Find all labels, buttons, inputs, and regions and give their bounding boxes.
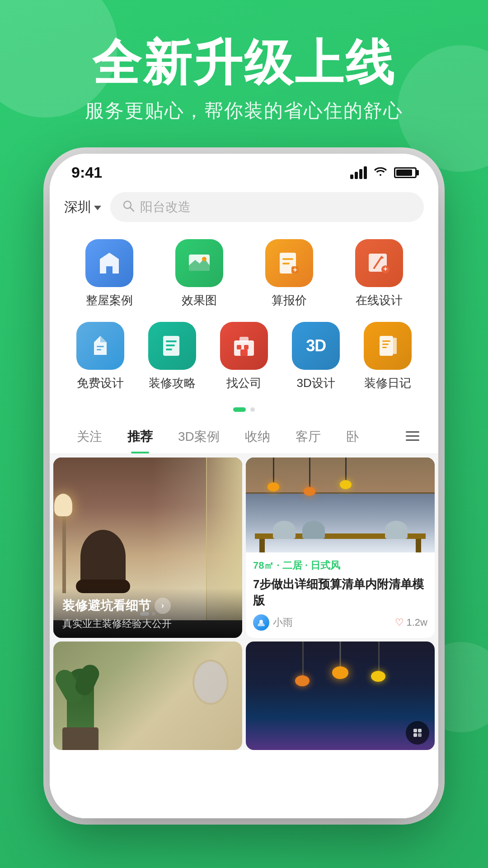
card-like: ♡ 1.2w xyxy=(395,617,427,628)
like-count: 1.2w xyxy=(407,617,427,628)
card-author: 小雨 xyxy=(253,614,293,631)
icon-box-gonglue xyxy=(148,322,196,370)
svg-rect-23 xyxy=(240,349,248,356)
hero-title: 全新升级上线 xyxy=(0,36,488,90)
icon-grid: 整屋案例 效果图 xyxy=(50,230,438,391)
card-overlay-sub: 真实业主装修经验大公开 xyxy=(62,617,233,631)
svg-rect-28 xyxy=(382,347,387,348)
icon-item-gonglue[interactable]: 装修攻略 xyxy=(136,322,208,391)
svg-rect-27 xyxy=(382,344,389,345)
icon-box-xiaoguo xyxy=(175,239,223,287)
chevron-down-icon xyxy=(94,206,101,210)
icon-item-zhengwu[interactable]: 整屋案例 xyxy=(73,239,145,308)
search-bar[interactable]: 阳台改造 xyxy=(110,192,424,222)
icon-item-xiaoguo[interactable]: 效果图 xyxy=(163,239,235,308)
svg-rect-24 xyxy=(380,336,393,356)
tabs-bar: 关注 推荐 3D案例 收纳 客厅 卧 xyxy=(50,420,438,454)
icon-box-mianfei xyxy=(76,322,124,370)
tab-shounuo[interactable]: 收纳 xyxy=(232,420,283,453)
svg-text:+: + xyxy=(383,265,387,273)
icon-item-zhaogongsi[interactable]: 找公司 xyxy=(208,322,280,391)
tab-guanzhu[interactable]: 关注 xyxy=(64,420,115,453)
icon-box-zaixian: + xyxy=(355,239,403,287)
signal-icon xyxy=(350,166,367,179)
icon-label-mianfei: 免费设计 xyxy=(77,375,124,391)
svg-rect-30 xyxy=(406,435,419,437)
svg-rect-22 xyxy=(244,345,249,349)
icon-label-suanbaojia: 算报价 xyxy=(272,292,307,308)
author-name: 小雨 xyxy=(273,616,293,629)
icon-box-3d: 3D xyxy=(292,322,340,370)
svg-rect-20 xyxy=(239,337,249,342)
card-tag: 78㎡ · 二居 · 日式风 xyxy=(253,559,427,572)
svg-point-3 xyxy=(202,257,206,261)
hero-subtitle: 服务更贴心，帮你装的省心住的舒心 xyxy=(0,98,488,123)
svg-rect-18 xyxy=(166,349,172,350)
share-button[interactable] xyxy=(406,721,429,745)
svg-rect-16 xyxy=(166,340,177,342)
card-small-img xyxy=(246,458,435,552)
card-footer: 小雨 ♡ 1.2w xyxy=(253,614,427,631)
icon-label-zaixian: 在线设计 xyxy=(356,292,403,308)
icon-row-2: 免费设计 装修攻略 xyxy=(64,322,424,391)
svg-rect-36 xyxy=(418,733,422,737)
card-bottom-left[interactable] xyxy=(53,642,242,750)
icon-box-suanbaojia: + xyxy=(265,239,313,287)
dot-2 xyxy=(250,407,255,412)
icon-label-gonglue: 装修攻略 xyxy=(149,375,196,391)
phone-frame: 9:41 xyxy=(50,154,438,818)
bottom-card-row xyxy=(50,642,438,750)
heart-icon: ♡ xyxy=(395,617,404,628)
author-avatar xyxy=(253,614,269,631)
svg-rect-25 xyxy=(393,338,397,354)
card-title: 7步做出详细预算清单内附清单模版 xyxy=(253,576,427,609)
search-placeholder: 阳台改造 xyxy=(140,198,191,216)
icon-item-mianfei[interactable]: 免费设计 xyxy=(64,322,136,391)
svg-rect-14 xyxy=(97,349,101,350)
right-column: 78㎡ · 二居 · 日式风 7步做出详细预算清单内附清单模版 xyxy=(246,458,435,638)
card-small-kitchen[interactable]: 78㎡ · 二居 · 日式风 7步做出详细预算清单内附清单模版 xyxy=(246,458,435,638)
icon-item-riji[interactable]: 装修日记 xyxy=(352,322,424,391)
icon-label-xiaoguo: 效果图 xyxy=(182,292,217,308)
tab-wo[interactable]: 卧 xyxy=(333,420,371,453)
hero-section: 全新升级上线 服务更贴心，帮你装的省心住的舒心 xyxy=(0,36,488,123)
header: 深圳 阳台改造 xyxy=(50,186,438,230)
dot-1 xyxy=(233,407,246,412)
tab-tuijian[interactable]: 推荐 xyxy=(115,420,165,453)
svg-rect-21 xyxy=(237,345,241,349)
tab-3danli[interactable]: 3D案例 xyxy=(165,420,232,453)
svg-rect-34 xyxy=(418,729,422,732)
card-overlay: 装修避坑看细节 › 真实业主装修经验大公开 xyxy=(53,588,242,638)
icon-label-zhaogongsi: 找公司 xyxy=(226,375,262,391)
icon-box-zhengwu xyxy=(85,239,133,287)
svg-rect-35 xyxy=(413,733,417,737)
svg-rect-33 xyxy=(413,729,417,732)
status-bar: 9:41 xyxy=(50,154,438,186)
card-overlay-title: 装修避坑看细节 › xyxy=(62,597,233,614)
search-icon xyxy=(122,199,135,215)
icon-box-riji xyxy=(364,322,412,370)
svg-rect-17 xyxy=(166,344,175,346)
svg-rect-29 xyxy=(406,431,419,433)
3d-label: 3D xyxy=(306,336,326,355)
svg-rect-5 xyxy=(282,258,293,260)
tab-menu-icon[interactable] xyxy=(401,421,424,453)
icon-box-zhaogongsi xyxy=(220,322,268,370)
icon-row-1: 整屋案例 效果图 xyxy=(64,239,424,308)
card-bottom-right[interactable] xyxy=(246,642,435,750)
card-large-renovation[interactable]: 装修避坑看细节 › 真实业主装修经验大公开 xyxy=(53,458,242,638)
status-time: 9:41 xyxy=(71,164,102,181)
svg-rect-26 xyxy=(382,340,390,342)
arrow-icon: › xyxy=(155,598,171,614)
icon-item-3d[interactable]: 3D 3D设计 xyxy=(280,322,352,391)
tab-keting[interactable]: 客厅 xyxy=(283,420,333,453)
icon-label-3d: 3D设计 xyxy=(297,375,335,391)
svg-line-1 xyxy=(130,208,134,211)
icon-item-suanbaojia[interactable]: + 算报价 xyxy=(253,239,325,308)
svg-rect-13 xyxy=(97,346,104,347)
location-button[interactable]: 深圳 xyxy=(64,198,101,217)
wifi-icon xyxy=(373,165,388,180)
icon-label-riji: 装修日记 xyxy=(364,375,411,391)
icon-item-zaixian[interactable]: + 在线设计 xyxy=(343,239,415,308)
page-dots xyxy=(50,405,438,420)
